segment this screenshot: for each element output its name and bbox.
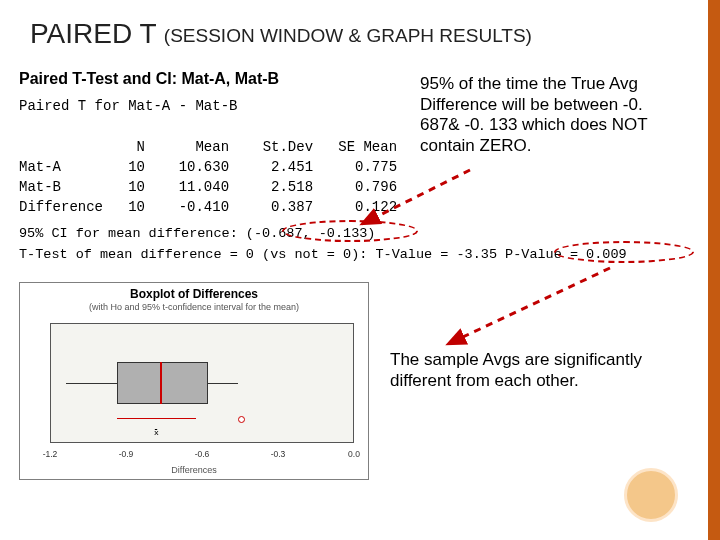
boxplot-chart: Boxplot of Differences (with Ho and 95% …	[19, 282, 369, 480]
x-axis-ticks: -1.2 -0.9 -0.6 -0.3 0.0	[50, 449, 354, 461]
out-row-diff: Difference 10 -0.410 0.387 0.122	[19, 199, 397, 215]
xbar-label: x̄	[154, 428, 159, 437]
median-line	[160, 362, 162, 404]
x-axis-title: Differences	[20, 465, 368, 475]
tick-3: -0.3	[271, 449, 286, 459]
ci-interval-line	[117, 418, 196, 419]
highlight-pvalue-ellipse	[554, 241, 694, 263]
arrow-pvalue	[430, 260, 630, 360]
svg-line-1	[448, 268, 610, 344]
slide: PAIRED T (SESSION WINDOW & GRAPH RESULTS…	[0, 0, 720, 540]
whisker-right	[208, 383, 238, 384]
annotation-ci: 95% of the time the True Avg Difference …	[420, 74, 682, 157]
tick-2: -0.6	[195, 449, 210, 459]
out-line1: Paired T for Mat-A - Mat-B	[19, 98, 237, 114]
title-sub: (SESSION WINDOW & GRAPH RESULTS)	[164, 25, 532, 46]
tick-4: 0.0	[348, 449, 360, 459]
boxplot-subtitle: (with Ho and 95% t-confidence interval f…	[20, 302, 368, 312]
ttest-line: T-Test of mean difference = 0 (vs not = …	[19, 247, 627, 262]
out-header: N Mean St.Dev SE Mean	[19, 139, 397, 155]
title-main: PAIRED T	[30, 18, 156, 49]
plot-area: x̄	[50, 323, 354, 443]
output-heading: Paired T-Test and CI: Mat-A, Mat-B	[19, 70, 279, 88]
boxplot-title: Boxplot of Differences	[20, 287, 368, 301]
ci-pre: 95% CI for mean difference:	[19, 226, 246, 241]
highlight-ci-ellipse	[282, 220, 418, 242]
annotation-pvalue: The sample Avgs are significantly differ…	[390, 350, 690, 391]
box-rect	[117, 362, 208, 404]
accent-circle-icon	[624, 468, 678, 522]
whisker-left	[66, 383, 117, 384]
out-row-b: Mat-B 10 11.040 2.518 0.796	[19, 179, 397, 195]
slide-title: PAIRED T (SESSION WINDOW & GRAPH RESULTS…	[30, 18, 532, 50]
session-output: Paired T for Mat-A - Mat-B N Mean St.Dev…	[19, 96, 397, 218]
out-row-a: Mat-A 10 10.630 2.451 0.775	[19, 159, 397, 175]
tick-0: -1.2	[43, 449, 58, 459]
ho-marker	[238, 416, 245, 423]
tick-1: -0.9	[119, 449, 134, 459]
tt-pre: T-Test of mean difference = 0 (vs not = …	[19, 247, 505, 262]
